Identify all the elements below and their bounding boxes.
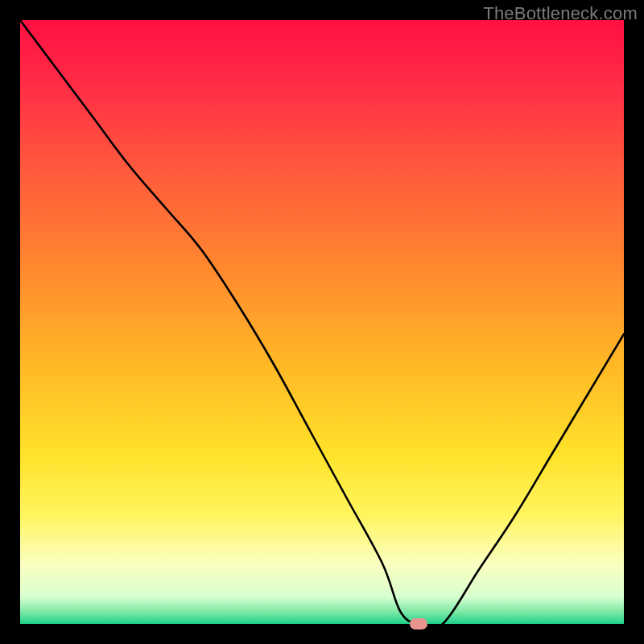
optimal-marker bbox=[410, 618, 427, 630]
plot-area bbox=[20, 20, 624, 624]
watermark-label: TheBottleneck.com bbox=[483, 3, 638, 24]
bottleneck-curve bbox=[20, 20, 624, 624]
chart-frame: TheBottleneck.com bbox=[0, 0, 644, 644]
